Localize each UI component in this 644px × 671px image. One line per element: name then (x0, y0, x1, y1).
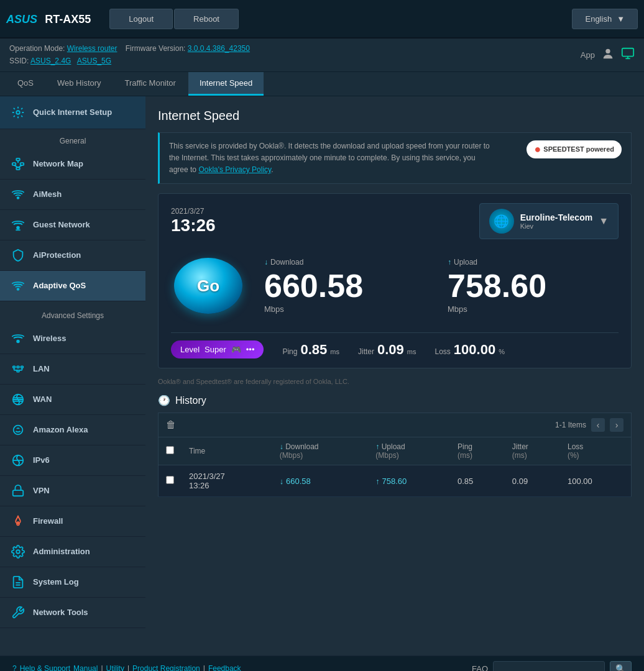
firmware-link[interactable]: 3.0.0.4.386_42350 (188, 44, 250, 53)
prev-page-button[interactable]: ‹ (591, 418, 605, 432)
speed-panel: 2021/3/27 13:26 🌐 Euroline-Telecom Kiev … (158, 193, 632, 368)
ping-stat: Ping 0.85 ms (282, 342, 339, 358)
isp-chevron-icon: ▼ (599, 216, 609, 227)
ping-value: 0.85 (300, 342, 327, 358)
isp-selector[interactable]: 🌐 Euroline-Telecom Kiev ▼ (479, 203, 619, 239)
sidebar-item-vpn[interactable]: VPN (0, 476, 145, 506)
operation-mode-link[interactable]: Wireless router (67, 44, 117, 53)
ssid-24-link[interactable]: ASUS_2.4G (30, 57, 71, 65)
ipv6-label: IPv6 (33, 455, 50, 465)
svg-line-11 (18, 165, 22, 168)
top-bar: ASUS RT-AX55 Logout Reboot English ▼ (0, 0, 644, 39)
sidebar-item-guest-network[interactable]: Guest Network (0, 210, 145, 240)
sidebar: Quick Internet Setup General Network Map… (0, 96, 145, 655)
router-info: Operation Mode: Wireless router Firmware… (9, 42, 250, 68)
svg-point-4 (16, 111, 20, 114)
svg-point-15 (17, 340, 19, 343)
guest-network-label: Guest Network (33, 220, 90, 229)
speed-main: Go ↓ Download 660.58 Mbps ↑ Up (171, 249, 619, 323)
sidebar-item-amazon-alexa[interactable]: Amazon Alexa (0, 415, 145, 445)
upload-group: ↑ Upload 758.60 Mbps (448, 258, 619, 314)
network-tools-icon (9, 604, 27, 621)
sidebar-item-network-map[interactable]: Network Map (0, 149, 145, 180)
history-title-text: History (175, 395, 206, 406)
sidebar-item-network-tools[interactable]: Network Tools (0, 598, 145, 628)
loss-value: 100.00 (454, 342, 495, 358)
table-row: 2021/3/2713:26 ↓ 660.58 ↑ 758.60 0.85 0.… (159, 465, 632, 497)
aimesh-label: AiMesh (33, 189, 62, 199)
vpn-icon (9, 482, 27, 500)
sep1: | (101, 664, 103, 671)
svg-point-14 (17, 288, 19, 290)
manual-link[interactable]: Manual (73, 664, 98, 671)
select-all-checkbox[interactable] (166, 446, 174, 454)
next-page-button[interactable]: › (610, 418, 623, 432)
sidebar-item-quick-setup[interactable]: Quick Internet Setup (0, 96, 145, 129)
wireless-icon (9, 330, 27, 347)
faq-label: FAQ (472, 664, 488, 671)
tab-web-history[interactable]: Web History (46, 72, 113, 96)
ssid-label: SSID: (9, 57, 29, 65)
isp-city: Kiev (520, 222, 592, 230)
help-icon: ? (12, 664, 17, 671)
delete-history-button[interactable]: 🗑 (166, 419, 176, 431)
tab-traffic-monitor[interactable]: Traffic Monitor (114, 72, 187, 96)
sidebar-item-aimesh[interactable]: AiMesh (0, 180, 145, 210)
col-loss: Loss(%) (560, 437, 632, 465)
tab-qos[interactable]: QoS (6, 72, 45, 96)
row-loss: 100.00 (560, 465, 632, 497)
user-icon[interactable] (601, 47, 615, 63)
utility-link[interactable]: Utility (106, 664, 124, 671)
language-selector[interactable]: English ▼ (572, 9, 638, 29)
svg-rect-17 (17, 366, 19, 368)
sidebar-item-wireless[interactable]: Wireless (0, 324, 145, 354)
faq-search-button[interactable]: 🔍 (610, 661, 632, 671)
sidebar-item-aiprotection[interactable]: AiProtection (0, 240, 145, 271)
sidebar-item-lan[interactable]: LAN (0, 354, 145, 385)
tab-bar: QoS Web History Traffic Monitor Internet… (0, 72, 644, 96)
isp-globe-icon: 🌐 (489, 209, 514, 234)
jitter-unit: ms (407, 348, 416, 355)
tab-internet-speed[interactable]: Internet Speed (188, 72, 264, 96)
datetime-block: 2021/3/27 13:26 (171, 207, 216, 235)
lan-label: LAN (33, 364, 50, 373)
go-button-wrap: Go (171, 249, 246, 323)
page-title: Internet Speed (158, 109, 632, 123)
ssid-5-link[interactable]: ASUS_5G (77, 57, 111, 65)
sidebar-item-system-log[interactable]: System Log (0, 567, 145, 598)
feedback-link[interactable]: Feedback (208, 664, 241, 671)
svg-rect-18 (21, 366, 24, 368)
administration-label: Administration (33, 547, 90, 556)
privacy-policy-link[interactable]: Ookla's Privacy Policy (198, 165, 271, 174)
help-support-label: Help & Support (20, 664, 70, 671)
sidebar-item-administration[interactable]: Administration (0, 537, 145, 567)
product-reg-link[interactable]: Product Registration (132, 664, 200, 671)
sidebar-item-ipv6[interactable]: IPv6 (0, 445, 145, 476)
download-arrow-icon: ↓ (264, 258, 268, 267)
row-checkbox[interactable] (166, 476, 174, 484)
aimesh-icon (9, 186, 27, 203)
level-button[interactable]: Level Super 🎮 ••• (171, 340, 264, 358)
speed-bottom: Level Super 🎮 ••• Ping 0.85 ms Jitter 0.… (171, 332, 619, 358)
col-time: Time (182, 437, 272, 465)
sidebar-item-firewall[interactable]: Firewall (0, 506, 145, 537)
jitter-label: Jitter (358, 347, 374, 356)
amazon-alexa-label: Amazon Alexa (33, 425, 88, 434)
sidebar-item-adaptive-qos[interactable]: Adaptive QoS (0, 271, 145, 301)
chevron-down-icon: ▼ (617, 14, 625, 24)
sidebar-item-wan[interactable]: WAN (0, 385, 145, 415)
upload-label: ↑ Upload (448, 258, 619, 267)
col-ping: Ping(ms) (450, 437, 505, 465)
logout-button[interactable]: Logout (109, 9, 173, 29)
advanced-section-title: Advanced Settings (0, 309, 145, 324)
monitor-icon[interactable] (621, 47, 635, 63)
reboot-button[interactable]: Reboot (174, 9, 239, 29)
firmware-label: Firmware Version: (126, 44, 186, 53)
lan-icon (9, 360, 27, 378)
quick-setup-icon (9, 104, 27, 121)
faq-search-input[interactable] (493, 661, 605, 671)
col-download: ↓ Download(Mbps) (272, 437, 369, 465)
go-button[interactable]: Go (174, 258, 242, 314)
download-unit: Mbps (264, 304, 435, 314)
footer-faq: FAQ 🔍 (472, 661, 632, 671)
